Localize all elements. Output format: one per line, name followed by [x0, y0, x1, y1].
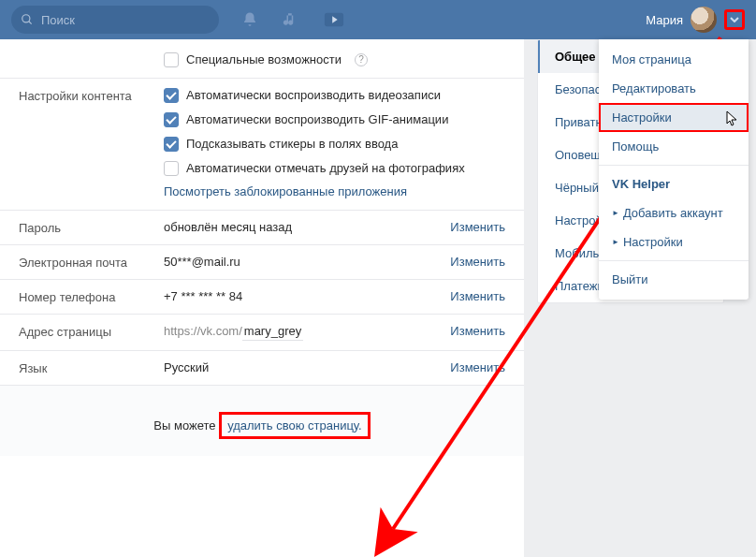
- user-menu: Моя страница Редактировать Настройки Пом…: [599, 39, 749, 300]
- username[interactable]: Мария: [646, 13, 683, 27]
- link-label: Посмотреть заблокированные приложения: [164, 184, 407, 200]
- menu-settings[interactable]: Настройки: [599, 103, 749, 132]
- row-value: 50***@mail.ru: [164, 255, 450, 269]
- delete-page-link[interactable]: удалить свою страницу.: [227, 418, 362, 432]
- address-value: https://vk.com/mary_grey: [164, 324, 303, 341]
- row-phone: Номер телефона +7 *** *** ** 84 Изменить: [0, 280, 524, 315]
- row-email: Электронная почта 50***@mail.ru Изменить: [0, 245, 524, 280]
- option-autoplay-gif[interactable]: Автоматически воспроизводить GIF-анимаци…: [164, 112, 505, 128]
- music-icon[interactable]: [283, 11, 299, 28]
- help-icon[interactable]: ?: [355, 53, 368, 66]
- checkbox-checked[interactable]: [164, 112, 179, 127]
- footer: Вы можете удалить свою страницу.: [0, 385, 524, 456]
- menu-helper-settings[interactable]: Настройки: [599, 227, 749, 257]
- change-address[interactable]: Изменить: [450, 324, 505, 338]
- chevron-down-icon: [730, 17, 739, 22]
- change-phone[interactable]: Изменить: [450, 289, 505, 303]
- option-autoplay-video[interactable]: Автоматически воспроизводить видеозаписи: [164, 88, 505, 104]
- checkbox-unchecked[interactable]: [164, 161, 179, 176]
- menu-sep: [599, 260, 749, 261]
- search-placeholder: Поиск: [41, 13, 75, 27]
- option-label: Автоматически воспроизводить GIF-анимаци…: [186, 112, 448, 128]
- option-label: Подсказывать стикеры в полях ввода: [186, 137, 398, 153]
- link-blocked-apps[interactable]: Посмотреть заблокированные приложения: [164, 184, 505, 200]
- menu-add-account[interactable]: Добавить аккаунт: [599, 198, 749, 227]
- dropdown-button[interactable]: [724, 9, 745, 30]
- row-password: Пароль обновлён месяц назад Изменить: [0, 211, 524, 245]
- checkbox-checked[interactable]: [164, 88, 179, 103]
- option-suggest-stickers[interactable]: Подсказывать стикеры в полях ввода: [164, 137, 505, 153]
- row-address: Адрес страницы https://vk.com/mary_grey …: [0, 315, 524, 351]
- menu-sep: [599, 165, 749, 166]
- avatar[interactable]: [691, 7, 717, 33]
- row-accessibility: Специальные возможности ?: [0, 39, 524, 79]
- menu-logout[interactable]: Выйти: [599, 265, 749, 294]
- search-input[interactable]: Поиск: [11, 6, 219, 34]
- search-icon: [21, 13, 34, 26]
- menu-vkhelper-header: VK Helper: [599, 169, 749, 198]
- top-right: Мария: [646, 7, 745, 33]
- menu-settings-label: Настройки: [612, 110, 672, 125]
- bell-icon[interactable]: [241, 11, 258, 28]
- row-value: +7 *** *** ** 84: [164, 289, 450, 303]
- change-email[interactable]: Изменить: [450, 255, 505, 269]
- row-label: Номер телефона: [19, 289, 164, 304]
- cursor-icon: [726, 110, 739, 130]
- topbar: Поиск Мария: [0, 0, 756, 39]
- footer-prefix: Вы можете: [153, 418, 219, 432]
- address-slug[interactable]: mary_grey: [242, 324, 303, 341]
- row-label: Пароль: [19, 220, 164, 235]
- row-content: Настройки контента Автоматически воспрои…: [0, 79, 524, 211]
- row-label: [19, 52, 164, 53]
- checkbox-unchecked[interactable]: [164, 52, 179, 67]
- row-language: Язык Русский Изменить: [0, 351, 524, 385]
- option-label: Специальные возможности: [186, 52, 342, 68]
- row-label: Электронная почта: [19, 255, 164, 270]
- menu-edit[interactable]: Редактировать: [599, 74, 749, 103]
- checkbox-checked[interactable]: [164, 137, 179, 152]
- menu-my-page[interactable]: Моя страница: [599, 45, 749, 74]
- option-label: Автоматически воспроизводить видеозаписи: [186, 88, 441, 104]
- row-value: обновлён месяц назад: [164, 220, 450, 234]
- option-label: Автоматически отмечать друзей на фотогра…: [186, 161, 465, 177]
- option-auto-tag[interactable]: Автоматически отмечать друзей на фотогра…: [164, 161, 505, 177]
- top-icons: [241, 11, 344, 28]
- video-icon[interactable]: [324, 11, 344, 28]
- change-password[interactable]: Изменить: [450, 220, 505, 234]
- delete-page-highlight: удалить свою страницу.: [219, 412, 371, 439]
- row-label: Настройки контента: [19, 88, 164, 103]
- address-prefix: https://vk.com/: [164, 324, 242, 338]
- svg-line-1: [29, 22, 32, 24]
- svg-point-0: [22, 15, 30, 22]
- menu-help[interactable]: Помощь: [599, 132, 749, 161]
- row-value: Русский: [164, 360, 450, 374]
- option-accessibility[interactable]: Специальные возможности ?: [164, 52, 505, 68]
- settings-content: Специальные возможности ? Настройки конт…: [0, 39, 524, 557]
- change-language[interactable]: Изменить: [450, 360, 505, 374]
- row-label: Язык: [19, 360, 164, 375]
- row-label: Адрес страницы: [19, 324, 164, 339]
